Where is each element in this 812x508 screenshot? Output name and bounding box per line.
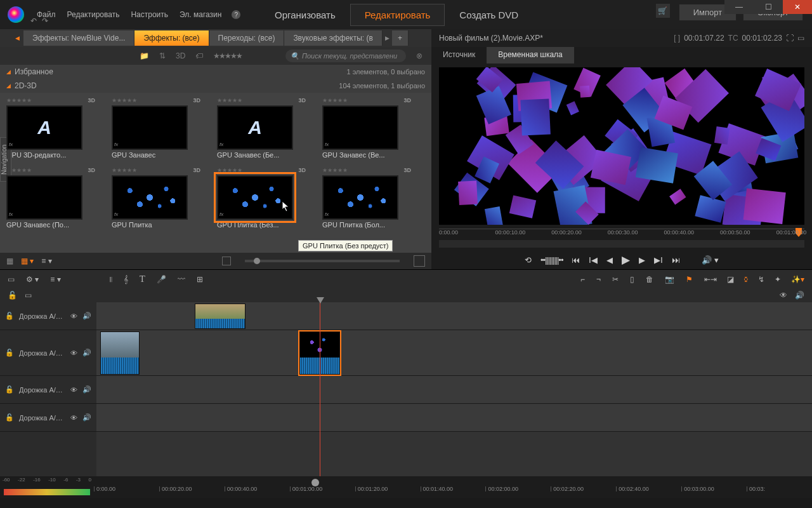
track-header-icon[interactable]: ▭ [25, 291, 32, 300]
lib-tab-transitions[interactable]: Переходы: (все) [209, 30, 285, 46]
eye-icon[interactable]: 👁 [70, 386, 77, 394]
marker-icon[interactable]: ⚑ [686, 275, 693, 284]
zoom-large-icon[interactable] [414, 255, 425, 267]
tool5-icon[interactable]: ✦ [775, 275, 781, 284]
collections-icon[interactable]: ▦ [6, 257, 13, 265]
sort-icon[interactable]: ⇅ [159, 51, 166, 60]
play-icon[interactable]: ▶ [622, 253, 630, 267]
menu-store[interactable]: Эл. магазин [174, 10, 226, 19]
step-fwd-icon[interactable]: ▶ [639, 255, 645, 265]
section-favorites[interactable]: ◢Избранное 1 элементов, 0 выбрано [0, 65, 431, 79]
timecode-duration[interactable]: 00:01:02.23 [742, 34, 782, 43]
razor-icon[interactable]: ✂ [612, 275, 619, 284]
link-icon[interactable]: ↯ [758, 275, 764, 284]
step-back-icon[interactable]: ◀ [606, 255, 613, 265]
track-header-3[interactable]: 🔓 Дорожка A/V ... 👁 🔊 [0, 376, 96, 404]
effect-thumb[interactable]: ★★★★★3DfxGPU Плитка (Бол... [322, 166, 411, 229]
shuttle-icon[interactable]: ••|||||||||•• [540, 255, 563, 265]
speaker-icon[interactable]: 🔊 [82, 413, 91, 422]
lib-tab-newblue[interactable]: Эффекты: NewBlue Vide... [23, 30, 134, 46]
lock-icon[interactable]: 🔓 [5, 385, 14, 394]
marker-out-icon[interactable]: ¬ [596, 275, 601, 284]
track-header-2[interactable]: 🔓 Дорожка A/V ... 👁 🔊 [0, 330, 96, 376]
effect-thumb[interactable]: ★★★★★3DfxGPU Занавес (Бе... [217, 97, 306, 159]
goto-start-icon[interactable]: ⏮ [572, 255, 580, 265]
clip-track2-a[interactable] [100, 331, 140, 375]
cart-icon[interactable]: 🛒 [656, 4, 670, 18]
mode-dvd[interactable]: Создать DVD [445, 4, 533, 26]
snapshot-icon[interactable]: 📷 [665, 275, 674, 284]
fullscreen-icon[interactable]: ▭ [797, 34, 804, 43]
magnet-icon[interactable]: ⧲ [744, 275, 748, 284]
tl-view-icon[interactable]: ≡ ▾ [50, 275, 60, 284]
window-maximize[interactable]: ☐ [754, 0, 783, 14]
tab-nav-right[interactable]: ▶ [385, 35, 390, 41]
timeline-playhead[interactable] [320, 302, 320, 476]
zoom-small-icon[interactable] [222, 257, 231, 265]
voiceover-icon[interactable]: 🎤 [157, 275, 166, 284]
next-frame-icon[interactable]: ▶Ⅰ [654, 255, 663, 265]
eye-all-icon[interactable]: 👁 [780, 291, 787, 300]
window-minimize[interactable]: — [724, 0, 754, 14]
undo-icon[interactable]: ↶ [30, 17, 37, 25]
marker-in-icon[interactable]: ⌐ [580, 275, 585, 284]
track-header-4[interactable]: 🔓 Дорожка A/V ... 👁 🔊 [0, 404, 96, 432]
effect-thumb[interactable]: ★★★★★3DfxGPU Плитка (Без... [217, 166, 306, 229]
lib-tab-add[interactable]: + [392, 30, 409, 46]
eye-icon[interactable]: 👁 [70, 349, 77, 357]
rating-filter-icon[interactable]: ★★★★★ [213, 51, 242, 60]
list-view-icon[interactable]: ≡ ▾ [41, 257, 51, 265]
eye-icon[interactable]: 👁 [70, 414, 77, 422]
clear-search-icon[interactable]: ⊗ [416, 51, 422, 60]
lock-icon[interactable]: 🔓 [5, 413, 14, 422]
expand-icon[interactable]: ⛶ [786, 34, 794, 43]
effect-thumb[interactable]: ★★★★★3DfxGPU Занавес (Ве... [322, 97, 411, 159]
storyboard-icon[interactable]: ▭ [8, 275, 15, 284]
section-2d3d[interactable]: ◢2D-3D 104 элементов, 1 выбрано [0, 79, 431, 93]
preview-tab-source[interactable]: Источник [431, 47, 487, 64]
effect-thumb[interactable]: ★★★★★3DfxGPU Занавес [112, 97, 200, 159]
lock-icon[interactable]: 🔓 [5, 312, 14, 320]
slip-icon[interactable]: ◪ [727, 275, 734, 284]
ducking-icon[interactable]: 〰 [178, 275, 185, 284]
trash-icon[interactable]: ▯ [630, 275, 634, 284]
thumbnail-view-icon[interactable]: ▦ ▾ [21, 257, 34, 265]
speaker-icon[interactable]: 🔊 [82, 385, 91, 394]
effect-thumb[interactable]: ★★★★★3DfxGPU 3D-редакто... [6, 97, 95, 159]
speaker-icon[interactable]: 🔊 [82, 312, 91, 320]
preview-tab-timeline[interactable]: Временная шкала [487, 47, 574, 64]
lib-tab-sfx[interactable]: Звуковые эффекты: (в [284, 30, 383, 46]
window-close[interactable]: ✕ [783, 0, 812, 14]
clip-track1[interactable] [195, 304, 246, 329]
magic-icon[interactable]: ✨▾ [791, 275, 804, 284]
track-header-1[interactable]: 🔓 Дорожка A/V ... 👁 🔊 [0, 302, 96, 330]
zoom-slider[interactable] [245, 260, 400, 262]
menu-edit[interactable]: Редактировать [62, 10, 125, 19]
tl-settings-icon[interactable]: ⚙ ▾ [26, 275, 39, 284]
3d-toggle-icon[interactable]: 3D [176, 51, 185, 60]
timeline-ruler[interactable]: 0:00.0000:00:20.0000:00:40.0000:01:00.00… [94, 476, 812, 498]
tab-nav-left[interactable]: ◀ [15, 35, 20, 41]
speaker-icon[interactable]: 🔊 [82, 349, 91, 357]
mode-edit[interactable]: Редактировать [350, 4, 445, 26]
tag-icon[interactable]: 🏷 [195, 51, 203, 60]
preview-scrubber[interactable] [439, 240, 804, 248]
preview-ruler[interactable]: 0:00.0000:00:10.0000:00:20.0000:00:30.00… [439, 229, 804, 240]
help-icon[interactable]: ? [232, 10, 240, 19]
timecode-position[interactable]: 00:01:07.22 [684, 34, 724, 43]
title-icon[interactable]: T [140, 274, 145, 284]
multicam-icon[interactable]: ⊞ [197, 275, 203, 284]
menu-setup[interactable]: Настроить [126, 10, 173, 19]
mixer-icon[interactable]: ⫴ [109, 275, 112, 284]
eye-icon[interactable]: 👁 [70, 312, 77, 320]
effect-thumb[interactable]: ★★★★★3DfxGPU Занавес (По... [6, 166, 95, 229]
volume-icon[interactable]: 🔊 ▾ [702, 255, 719, 265]
prev-frame-icon[interactable]: Ⅰ◀ [589, 255, 598, 265]
delete-icon[interactable]: 🗑 [646, 275, 653, 284]
trim-icon[interactable]: ⇤⇥ [704, 275, 717, 284]
speaker-all-icon[interactable]: 🔊 [795, 291, 804, 300]
score-icon[interactable]: 𝄞 [124, 275, 128, 284]
lib-tab-all-effects[interactable]: Эффекты: (все) [134, 30, 209, 46]
search-input[interactable]: 🔍 Поиск текущ. представлени [285, 50, 406, 62]
redo-icon[interactable]: ↷ [42, 17, 48, 25]
